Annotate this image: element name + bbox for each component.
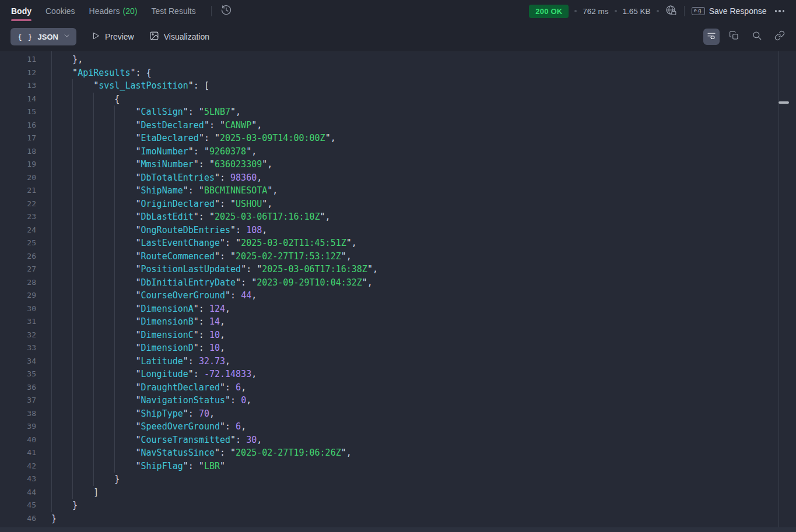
token-p: ": [51, 356, 141, 367]
code-line-content: "LastEventChange": "2025-03-02T11:45:51Z…: [36, 237, 357, 250]
token-p: ": ": [215, 251, 236, 262]
status-bar-divider: [684, 6, 685, 16]
code-line: 23 "DbLastEdit": "2025-03-06T17:16:10Z",: [0, 210, 796, 224]
token-p: ",: [262, 159, 272, 170]
format-dropdown[interactable]: { } JSON: [10, 28, 76, 45]
line-number: 18: [0, 145, 36, 158]
image-icon: [149, 31, 159, 43]
token-p: ": [51, 382, 141, 393]
token-n: 44: [241, 290, 251, 301]
line-number: 30: [0, 302, 36, 316]
token-n: 124: [209, 304, 225, 314]
token-p: ":: [194, 304, 209, 314]
line-number: 31: [0, 315, 36, 329]
token-k: svsl_LastPosition: [99, 80, 188, 91]
token-p: ,: [220, 330, 225, 340]
line-number: 13: [0, 79, 36, 93]
code-line: 41 "NavStatusSince": "2025-02-27T19:06:2…: [0, 446, 796, 460]
token-s: BBCMINNESOTA: [204, 185, 267, 196]
token-s: 2023-09-29T10:04:32Z: [257, 277, 362, 288]
response-body-panel: 11 },12 "ApiResults": {13 "svsl_LastPosi…: [0, 51, 796, 527]
code-line: 18 "ImoNumber": "9260378",: [0, 145, 796, 158]
token-p: ": [51, 408, 141, 419]
save-response-label: Save Response: [709, 6, 767, 16]
code-line-content: "RouteCommenced": "2025-02-27T17:53:12Z"…: [36, 250, 352, 263]
code-line-content: "MmsiNumber": "636023309",: [36, 158, 272, 171]
code-line: 38 "ShipType": 70,: [0, 407, 796, 421]
token-s: 2025-03-02T11:45:51Z: [241, 238, 346, 248]
search-button[interactable]: [749, 29, 765, 45]
scrollbar-thumb[interactable]: [779, 101, 789, 104]
more-actions-button[interactable]: [773, 8, 787, 15]
line-number: 35: [0, 368, 36, 381]
code-line-content: "NavigationStatus": 0,: [36, 394, 251, 407]
code-line: 14 {: [0, 93, 796, 106]
token-p: ,: [257, 172, 262, 183]
token-k: DestDeclared: [141, 120, 204, 131]
copy-button[interactable]: [726, 29, 742, 45]
line-number: 40: [0, 434, 36, 447]
code-line-content: "Longitude": -72.14833,: [36, 368, 257, 381]
code-line: 13 "svsl_LastPosition": [: [0, 79, 796, 93]
token-p: }: [51, 513, 57, 524]
code-line-content: "DimensionD": 10,: [36, 341, 225, 355]
token-p: ,: [220, 343, 225, 353]
link-button[interactable]: [772, 29, 788, 45]
line-number: 46: [0, 512, 36, 526]
response-time: 762 ms: [583, 7, 608, 16]
code-line: 21 "ShipName": "BBCMINNESOTA",: [0, 184, 796, 198]
token-p: ":: [194, 316, 209, 327]
token-p: ,: [257, 435, 262, 445]
tab-test-results[interactable]: Test Results: [151, 0, 195, 22]
token-k: PositionLastUpdated: [141, 264, 241, 274]
code-line-content: "CourseOverGround": 44,: [36, 289, 257, 302]
headers-count-badge: (20): [123, 6, 138, 16]
token-p: ",: [325, 133, 336, 143]
code-line-content: "ImoNumber": "9260378",: [36, 145, 257, 158]
tab-body[interactable]: Body: [11, 0, 31, 22]
token-p: ":: [183, 408, 199, 419]
network-globe-icon[interactable]: [665, 4, 677, 19]
token-s: 2025-03-06T17:16:38Z: [262, 264, 367, 274]
line-number: 29: [0, 289, 36, 302]
token-p: ":: [230, 435, 246, 445]
token-k: DraughtDeclared: [141, 382, 220, 393]
code-line: 25 "LastEventChange": "2025-03-02T11:45:…: [0, 237, 796, 250]
visualization-button[interactable]: Visualization: [149, 31, 209, 43]
save-response-button[interactable]: e.g. Save Response: [692, 6, 767, 16]
token-p: ,: [241, 421, 246, 432]
token-p: ": [: [188, 80, 209, 91]
tab-headers[interactable]: Headers (20): [89, 0, 138, 22]
code-line-content: ]: [36, 486, 99, 499]
horizontal-scrollbar-track[interactable]: [0, 527, 796, 532]
token-s: 2025-03-06T17:16:10Z: [215, 212, 320, 222]
response-history-button[interactable]: [220, 5, 233, 17]
token-k: CourseTransmitted: [141, 435, 231, 445]
line-number: 22: [0, 198, 36, 211]
tab-cookies[interactable]: Cookies: [45, 0, 75, 22]
code-line: 12 "ApiResults": {: [0, 66, 796, 80]
token-p: ": [51, 435, 141, 445]
dot-icon: [783, 10, 785, 12]
preview-button[interactable]: Preview: [92, 31, 134, 43]
wrap-text-button[interactable]: [703, 29, 720, 45]
token-p: ,: [241, 382, 246, 393]
code-line-content: }: [36, 473, 120, 486]
token-k: RouteCommenced: [141, 251, 215, 262]
code-editor[interactable]: 11 },12 "ApiResults": {13 "svsl_LastPosi…: [0, 51, 796, 525]
token-n: 70: [199, 408, 209, 419]
token-p: ": ": [215, 448, 236, 458]
token-n: 6: [236, 382, 241, 393]
token-k: MmsiNumber: [141, 159, 194, 170]
body-view-toolbar: { } JSON Preview Visualization: [0, 22, 796, 51]
token-p: ,: [225, 304, 230, 314]
token-n: 32.73: [199, 356, 225, 367]
token-p: ": [51, 80, 99, 91]
token-p: ": [51, 264, 141, 274]
line-number: 19: [0, 158, 36, 171]
token-s: 9260378: [209, 146, 246, 157]
token-n: 10: [209, 343, 220, 353]
token-p: ":: [225, 290, 241, 301]
token-n: 0: [241, 395, 246, 406]
token-p: ":: [230, 225, 246, 235]
